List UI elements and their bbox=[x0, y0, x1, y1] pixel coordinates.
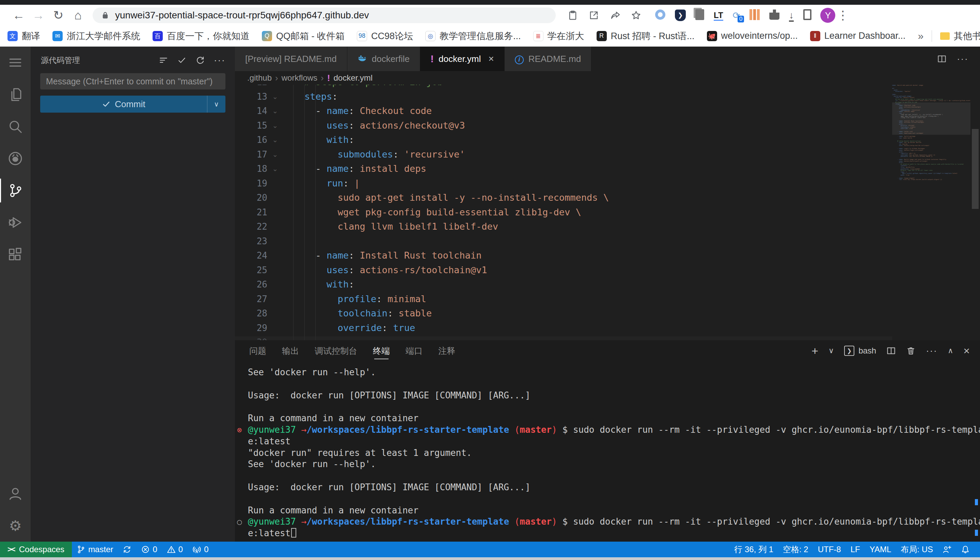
panel-tab-问题[interactable]: 问题 bbox=[249, 340, 266, 361]
fold-chevron-icon[interactable]: ⌄ bbox=[269, 133, 281, 147]
code-line[interactable]: uses: actions-rs/toolchain@v1 bbox=[282, 263, 609, 278]
bookmark-3[interactable]: 百百度一下，你就知道 bbox=[152, 30, 249, 42]
plus-icon[interactable]: + bbox=[811, 344, 818, 358]
breadcrumb-item[interactable]: workflows bbox=[282, 73, 317, 83]
status-branch[interactable]: master bbox=[72, 542, 118, 557]
code-line[interactable]: with: bbox=[282, 277, 609, 292]
bookmark-7[interactable]: ≣学在浙大 bbox=[533, 30, 584, 42]
command-failed-icon[interactable]: ⊗ bbox=[237, 425, 242, 435]
line-number[interactable]: 28 bbox=[235, 306, 267, 321]
bash-chip[interactable]: ❯bash bbox=[844, 346, 876, 356]
bookmark-9[interactable]: 🐙weloveinterns/op... bbox=[707, 31, 798, 41]
activity-account[interactable] bbox=[0, 478, 31, 510]
tab-dockerfile[interactable]: dockerfile bbox=[347, 47, 420, 71]
command-idle-icon[interactable]: ○ bbox=[237, 517, 242, 527]
split-editor-icon[interactable] bbox=[937, 54, 947, 63]
line-number[interactable]: 17 bbox=[235, 147, 267, 162]
code-line[interactable]: run: | bbox=[282, 176, 609, 191]
more-icon[interactable]: ··· bbox=[926, 345, 937, 356]
status-notifications[interactable] bbox=[956, 542, 975, 557]
code-line[interactable]: override: true bbox=[282, 321, 609, 335]
fold-column[interactable]: ⌄ ⌄ ⌄⌄ ⌄ ⌄ ⌄ bbox=[269, 85, 281, 176]
code-line[interactable]: # steps to perform in job bbox=[282, 85, 609, 90]
browser-menu-icon[interactable]: ⋮ bbox=[835, 8, 850, 22]
forward-icon[interactable]: → bbox=[28, 8, 48, 22]
editor-scrollbar[interactable] bbox=[970, 85, 980, 340]
share-icon[interactable] bbox=[610, 10, 620, 21]
fold-chevron-icon[interactable]: ⌄ bbox=[269, 104, 281, 118]
line-number[interactable]: 23 bbox=[235, 234, 267, 249]
reload-icon[interactable]: ↻ bbox=[48, 8, 68, 22]
check-icon[interactable] bbox=[177, 55, 187, 65]
line-number[interactable]: 24 bbox=[235, 248, 267, 263]
commit-button[interactable]: Commit ∨ bbox=[40, 96, 226, 113]
editor-gutter[interactable]: 1213141516171819202122232425262728293031… bbox=[235, 85, 267, 340]
status-sync[interactable] bbox=[118, 542, 136, 557]
line-number[interactable]: 27 bbox=[235, 292, 267, 307]
code-line[interactable]: toolchain: stable bbox=[282, 306, 609, 321]
bookmark-1[interactable]: 文翻译 bbox=[7, 30, 40, 42]
split-icon[interactable] bbox=[886, 346, 896, 355]
code-line[interactable]: steps: bbox=[282, 90, 609, 104]
code-line[interactable]: with: bbox=[282, 133, 609, 147]
line-number[interactable]: 19 bbox=[235, 176, 267, 191]
scrollbar-thumb[interactable] bbox=[972, 129, 978, 209]
reader-icon[interactable] bbox=[803, 9, 811, 22]
activity-explorer[interactable] bbox=[0, 78, 31, 110]
bookmark-10[interactable]: ‖Learner Dashboar... bbox=[810, 31, 906, 41]
horizontal-scrollbar[interactable] bbox=[235, 337, 892, 340]
code-line[interactable]: profile: minimal bbox=[282, 292, 609, 307]
panel-tab-端口[interactable]: 端口 bbox=[406, 340, 423, 361]
star-icon[interactable] bbox=[630, 10, 642, 21]
line-number[interactable]: 22 bbox=[235, 220, 267, 234]
tab-readme.md[interactable]: iREADME.md bbox=[505, 47, 592, 71]
close-icon[interactable]: × bbox=[488, 53, 494, 64]
bookmark-5[interactable]: 98CC98论坛 bbox=[357, 30, 413, 42]
activity-settings[interactable]: ⚙ bbox=[0, 510, 31, 542]
bookmarks-overflow-chevron[interactable]: » bbox=[918, 30, 923, 42]
activity-source-control[interactable] bbox=[0, 175, 31, 207]
activity-menu[interactable] bbox=[0, 47, 31, 78]
code-line[interactable]: uses: actions/checkout@v3 bbox=[282, 118, 609, 133]
more-icon[interactable]: ··· bbox=[214, 55, 226, 66]
tab--preview--readme.md[interactable]: [Preview] README.md bbox=[235, 47, 347, 71]
code-line[interactable]: wget pkg-config build-essential zlib1g-d… bbox=[282, 205, 609, 220]
code-line[interactable]: - name: Checkout code bbox=[282, 104, 609, 118]
terminal[interactable]: See 'docker run --help'. Usage: docker r… bbox=[235, 361, 980, 542]
back-icon[interactable]: ← bbox=[9, 8, 28, 22]
sync-icon[interactable]: ⟳0 bbox=[733, 10, 740, 21]
status-feedback[interactable] bbox=[938, 542, 956, 557]
status-language-mode[interactable]: YAML bbox=[865, 542, 896, 557]
bookmark-8[interactable]: RRust 招聘 - Rust语... bbox=[597, 30, 695, 42]
fold-chevron-icon[interactable]: ⌄ bbox=[269, 90, 281, 104]
status-warnings[interactable]: 0 bbox=[162, 542, 187, 557]
editor-more-icon[interactable]: ··· bbox=[957, 53, 968, 64]
line-number[interactable]: 18 bbox=[235, 162, 267, 176]
line-number[interactable]: 15 bbox=[235, 118, 267, 133]
home-icon[interactable]: ⌂ bbox=[68, 8, 88, 22]
code-lines[interactable]: # steps to perform in job steps: - name:… bbox=[282, 85, 609, 340]
languagetool-icon[interactable]: LT bbox=[714, 10, 723, 20]
line-number[interactable]: 26 bbox=[235, 277, 267, 292]
tab-docker.yml[interactable]: !docker.yml× bbox=[420, 47, 505, 71]
code-line[interactable]: - name: Install Rust toolchain bbox=[282, 248, 609, 263]
bookmark-6[interactable]: ◎教学管理信息服务... bbox=[425, 30, 521, 42]
profile-avatar[interactable]: Y bbox=[820, 8, 835, 23]
pages-icon[interactable] bbox=[695, 9, 704, 22]
status-cursor-position[interactable]: 行 36, 列 1 bbox=[729, 542, 778, 557]
code-line[interactable]: submodules: 'recursive' bbox=[282, 147, 609, 162]
line-number[interactable]: 12 bbox=[235, 85, 267, 90]
download-icon[interactable]: ↓ bbox=[789, 11, 794, 20]
code-line[interactable] bbox=[282, 234, 609, 249]
activity-search[interactable] bbox=[0, 110, 31, 143]
address-bar[interactable]: yunwei37-potential-space-trout-rpr5qwj66… bbox=[93, 7, 556, 23]
fold-chevron-icon[interactable]: ⌄ bbox=[269, 162, 281, 176]
line-number[interactable]: 16 bbox=[235, 133, 267, 147]
pencils-icon[interactable] bbox=[749, 9, 760, 22]
activity-github[interactable] bbox=[0, 143, 31, 175]
chevron-down-icon[interactable]: ∨ bbox=[828, 346, 834, 355]
bookmark-4[interactable]: QQQ邮箱 - 收件箱 bbox=[262, 30, 345, 42]
code-editor[interactable]: 1213141516171819202122232425262728293031… bbox=[235, 85, 892, 340]
breadcrumb-file[interactable]: !docker.yml bbox=[327, 73, 373, 83]
line-number[interactable]: 29 bbox=[235, 321, 267, 335]
